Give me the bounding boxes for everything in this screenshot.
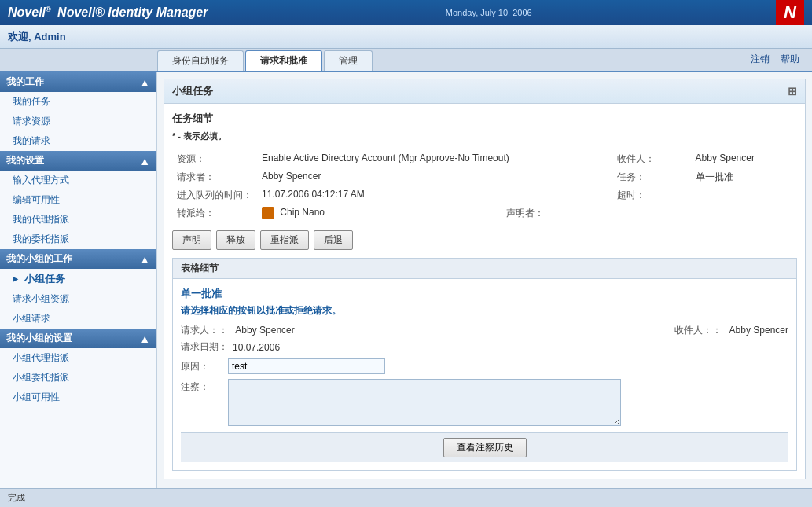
reassign-button[interactable]: 重指派 bbox=[260, 230, 309, 250]
status-text: 完成 bbox=[8, 492, 25, 504]
sidebar-item-proxy-mode[interactable]: 输入代理方式 bbox=[0, 171, 156, 190]
forward-to-value: Chip Nano bbox=[257, 204, 502, 222]
requester-value: Abby Spencer bbox=[257, 168, 612, 186]
panel-header: 小组任务 ⊞ bbox=[164, 79, 805, 104]
sidebar-item-group-delegate[interactable]: 小组委托指派 bbox=[0, 368, 156, 388]
sidebar-section-my-settings-label: 我的设置 bbox=[6, 154, 44, 167]
approval-instruction: 请选择相应的按钮以批准或拒绝请求。 bbox=[181, 304, 788, 318]
collapse-group-work-btn[interactable]: ▲ bbox=[139, 253, 150, 266]
reason-input[interactable] bbox=[228, 358, 385, 374]
sidebar-section-group-settings: 我的小组的设置 ▲ bbox=[0, 329, 156, 348]
datetime-display: Monday, July 10, 2006 bbox=[446, 8, 532, 17]
task-details-heading: 任务细节 bbox=[172, 112, 797, 126]
panel-title-text: 小组任务 bbox=[172, 84, 213, 98]
date-value: 10.07.2006 bbox=[233, 342, 280, 353]
sidebar-item-my-tasks[interactable]: 我的任务 bbox=[0, 92, 156, 112]
sidebar-section-group-settings-label: 我的小组的设置 bbox=[6, 332, 72, 345]
main-layout: 我的工作 ▲ 我的任务 请求资源 我的请求 我的设置 ▲ 输入代理方式 编辑可用… bbox=[0, 72, 812, 488]
declare-button[interactable]: 声明 bbox=[172, 230, 211, 250]
required-note: * - 表示必填。 bbox=[172, 130, 797, 142]
action-buttons: 声明 释放 重指派 后退 bbox=[172, 230, 797, 250]
task-panel: 小组任务 ⊞ 任务细节 * - 表示必填。 资源： Enable Active … bbox=[164, 79, 806, 479]
task-label: 任务： bbox=[612, 168, 691, 186]
sidebar-section-my-work-label: 我的工作 bbox=[6, 75, 44, 89]
timeout-value bbox=[691, 186, 797, 204]
top-right-nav: 注销 帮助 bbox=[746, 51, 812, 71]
help-button[interactable]: 帮助 bbox=[776, 51, 804, 68]
bullet-icon: ▸ bbox=[13, 273, 18, 285]
table-row: 请求者： Abby Spencer 任务： 单一批准 bbox=[172, 168, 797, 186]
reason-row: 原因： bbox=[181, 358, 788, 374]
declarant-label: 声明者： bbox=[502, 204, 580, 222]
date-row: 请求日期： 10.07.2006 bbox=[181, 340, 788, 354]
back-button[interactable]: 后退 bbox=[314, 230, 353, 250]
reason-label: 原因： bbox=[181, 358, 228, 373]
sub-panel: 表格细节 单一批准 请选择相应的按钮以批准或拒绝请求。 请求人：： Abby S… bbox=[172, 258, 797, 471]
resource-label: 资源： bbox=[172, 150, 257, 168]
date-label: 请求日期： bbox=[181, 340, 228, 354]
collapse-group-settings-btn[interactable]: ▲ bbox=[139, 332, 150, 345]
table-row: 资源： Enable Active Directory Account (Mgr… bbox=[172, 150, 797, 168]
sidebar-item-group-proxy[interactable]: 小组代理指派 bbox=[0, 348, 156, 368]
sidebar-item-edit-availability[interactable]: 编辑可用性 bbox=[0, 190, 156, 210]
approval-requester-value: Abby Spencer bbox=[235, 325, 294, 336]
collapse-my-work-btn[interactable]: ▲ bbox=[139, 76, 150, 89]
novell-logo: N bbox=[776, 0, 804, 25]
timeout-label: 超时： bbox=[612, 186, 691, 204]
sidebar-item-group-availability[interactable]: 小组可用性 bbox=[0, 388, 156, 407]
welcome-bar: 欢迎, Admin bbox=[0, 25, 812, 49]
approval-title: 单一批准 bbox=[181, 287, 788, 301]
sidebar-section-group-work-label: 我的小组的工作 bbox=[6, 252, 72, 266]
sidebar-item-group-tasks[interactable]: ▸ 小组任务 bbox=[0, 269, 156, 289]
table-row: 转派给： Chip Nano 声明者： bbox=[172, 204, 797, 222]
approval-recipient-value: Abby Spencer bbox=[729, 325, 788, 336]
sub-panel-body: 单一批准 请选择相应的按钮以批准或拒绝请求。 请求人：： Abby Spence… bbox=[173, 279, 796, 470]
sub-panel-title: 表格细节 bbox=[173, 259, 796, 279]
note-label: 注察： bbox=[181, 379, 228, 394]
details-table: 资源： Enable Active Directory Account (Mgr… bbox=[172, 150, 797, 222]
sidebar-section-my-settings: 我的设置 ▲ bbox=[0, 151, 156, 171]
task-value: 单一批准 bbox=[691, 168, 797, 186]
panel-body: 任务细节 * - 表示必填。 资源： Enable Active Directo… bbox=[164, 104, 805, 479]
nav-tabs: 身份自助服务 请求和批准 管理 注销 帮助 bbox=[0, 49, 812, 72]
logout-button[interactable]: 注销 bbox=[746, 51, 774, 68]
sidebar-item-my-delegate[interactable]: 我的委托指派 bbox=[0, 230, 156, 249]
sidebar-item-my-proxy[interactable]: 我的代理指派 bbox=[0, 210, 156, 230]
sidebar-item-group-requests[interactable]: 小组请求 bbox=[0, 309, 156, 329]
sidebar-section-group-work: 我的小组的工作 ▲ bbox=[0, 249, 156, 269]
user-avatar bbox=[262, 207, 274, 219]
sidebar-section-my-work: 我的工作 ▲ bbox=[0, 72, 156, 92]
tab-admin[interactable]: 管理 bbox=[324, 50, 373, 71]
sidebar-item-request-resource[interactable]: 请求资源 bbox=[0, 112, 156, 131]
app-header: Novell® Novell® Identity Manager Monday,… bbox=[0, 0, 812, 25]
release-button[interactable]: 释放 bbox=[216, 230, 255, 250]
note-textarea[interactable] bbox=[228, 379, 621, 426]
sidebar-item-request-group-resource[interactable]: 请求小组资源 bbox=[0, 289, 156, 309]
sidebar-item-my-requests[interactable]: 我的请求 bbox=[0, 131, 156, 151]
queue-time-value: 11.07.2006 04:12:17 AM bbox=[257, 186, 612, 204]
forward-to-label: 转派给： bbox=[172, 204, 257, 222]
sidebar: 我的工作 ▲ 我的任务 请求资源 我的请求 我的设置 ▲ 输入代理方式 编辑可用… bbox=[0, 72, 157, 488]
panel-grid-icon[interactable]: ⊞ bbox=[788, 85, 797, 97]
recipient-value: Abby Spencer bbox=[691, 150, 797, 168]
tab-self-service[interactable]: 身份自助服务 bbox=[157, 50, 244, 71]
bottom-btn-row: 查看注察历史 bbox=[181, 432, 788, 462]
approval-requester-row: 请求人：： Abby Spencer 收件人：： Abby Spencer bbox=[181, 324, 788, 337]
declarant-value bbox=[580, 204, 612, 222]
view-history-button[interactable]: 查看注察历史 bbox=[443, 438, 527, 457]
note-row: 注察： bbox=[181, 379, 788, 426]
welcome-text: 欢迎, Admin bbox=[8, 30, 66, 44]
main-content: 小组任务 ⊞ 任务细节 * - 表示必填。 资源： Enable Active … bbox=[157, 72, 812, 488]
tab-requests[interactable]: 请求和批准 bbox=[245, 50, 322, 71]
approval-recipient-label: 收件人：： bbox=[674, 325, 722, 336]
queue-time-label: 进入队列的时间： bbox=[172, 186, 257, 204]
table-row: 进入队列的时间： 11.07.2006 04:12:17 AM 超时： bbox=[172, 186, 797, 204]
novell-brand: Novell® bbox=[8, 6, 51, 19]
approval-requester-label: 请求人：： bbox=[181, 325, 228, 336]
resource-value: Enable Active Directory Account (Mgr App… bbox=[257, 150, 612, 168]
requester-label: 请求者： bbox=[172, 168, 257, 186]
app-title: Novell® Novell® Identity Manager bbox=[8, 6, 208, 20]
status-bar: 完成 bbox=[0, 488, 812, 507]
product-name: Novell® Identity Manager bbox=[57, 6, 208, 19]
collapse-my-settings-btn[interactable]: ▲ bbox=[139, 155, 150, 167]
